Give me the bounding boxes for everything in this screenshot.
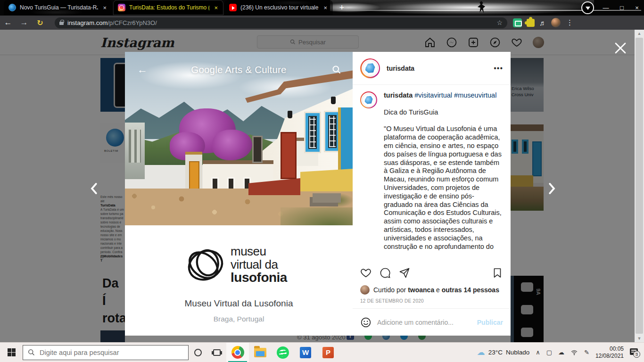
taskbar-powerpoint[interactable]: P (317, 343, 339, 362)
browser-profile-avatar[interactable] (551, 18, 561, 27)
post-image[interactable]: ← Google Arts & Culture (125, 52, 353, 336)
window-minimize-button[interactable]: — (598, 0, 614, 15)
tray-chevron-icon[interactable]: ∧ (536, 349, 540, 356)
comments-section: turisdata #visitavirtual #museuvirtual D… (353, 85, 511, 262)
photo-window (252, 136, 263, 163)
gac-search-icon[interactable] (332, 65, 341, 74)
powerpoint-icon: P (322, 347, 334, 358)
youtube-favicon (229, 4, 237, 11)
liker-username[interactable]: twoanca (408, 286, 434, 294)
bookmark-star-icon[interactable]: ☆ (496, 19, 503, 26)
museum-logo: museu virtual da lusofonia (185, 244, 287, 285)
screen: Novo TurisGuia — Turisdata-RJ × TurisDat… (0, 0, 644, 362)
scroll-up-icon[interactable]: ▲ (635, 30, 644, 37)
weather-temp: 23°C (488, 349, 503, 356)
taskbar-spotify[interactable] (272, 343, 294, 362)
taskbar-search[interactable] (23, 345, 189, 360)
word-icon: W (300, 347, 311, 358)
taskbar-chrome[interactable] (226, 343, 249, 362)
chrome-icon (231, 346, 244, 359)
share-plane-icon[interactable] (399, 267, 410, 279)
instagram-favicon (118, 4, 125, 11)
likes-row: Curtido por twoanca e outras 14 pessoas (353, 284, 511, 296)
photo-lantern (288, 111, 292, 118)
more-options-icon[interactable]: ••• (494, 64, 503, 73)
scrollbar-thumb[interactable] (636, 38, 643, 334)
media-controls-icon[interactable]: ♬ (539, 19, 546, 27)
other-likers[interactable]: outras 14 pessoas (442, 286, 499, 294)
wifi-icon[interactable] (570, 349, 578, 356)
page-scrollbar[interactable]: ▲ ▼ (635, 30, 644, 342)
comment-input[interactable]: Adicione um comentário... (377, 319, 471, 326)
weather-widget[interactable]: ☁ 23°C Nublado (477, 347, 529, 357)
like-heart-icon[interactable] (360, 267, 372, 279)
caption-body: Dica do TurisGuia "O Museu Virtual da Lu… (384, 108, 503, 251)
theme-record-icon (581, 1, 594, 14)
prev-post-chevron[interactable] (87, 181, 101, 196)
next-post-chevron[interactable] (545, 181, 559, 196)
browser-menu-icon[interactable]: ⋮ (565, 18, 577, 27)
museum-sphere-icon (185, 244, 226, 285)
cortana-button[interactable] (189, 343, 207, 362)
liker-avatar[interactable] (360, 285, 370, 295)
publish-button[interactable]: Publicar (477, 319, 503, 326)
clock-time: 00:05 (595, 346, 624, 353)
spotify-icon (277, 346, 289, 359)
new-tab-button[interactable]: + (336, 3, 348, 13)
turisdata-avatar (363, 60, 378, 76)
save-bookmark-icon[interactable] (492, 267, 503, 279)
tab-instagram-active[interactable]: TurisData: Estudos do Turismo (@ × (113, 0, 223, 15)
caption-username[interactable]: turisdata (384, 91, 413, 99)
gac-header: ← Google Arts & Culture (125, 60, 353, 79)
url-host: instagram.com (67, 19, 107, 26)
window-close-button[interactable]: × (630, 0, 644, 15)
address-bar[interactable]: instagram.com/p/CFCzr6YpN3O/ ☆ (55, 17, 507, 28)
emoji-icon[interactable] (360, 317, 372, 328)
museum-info-panel: museu virtual da lusofonia Museu Virtual… (125, 225, 353, 336)
page-viewport: Instagram Pesquisar BOLETIM Este mês nos… (0, 30, 644, 342)
post-header: turisdata ••• (353, 52, 511, 85)
photo-orange-portal (185, 152, 202, 190)
tab-close-icon[interactable]: × (213, 5, 219, 11)
windows-logo-icon (8, 348, 16, 356)
add-comment-box[interactable]: Adicione um comentário... Publicar (353, 308, 511, 336)
taskbar-search-input[interactable] (40, 349, 172, 356)
comment-icon[interactable] (380, 267, 391, 279)
taskbar-clock[interactable]: 00:05 12/08/2021 (595, 346, 624, 360)
post-username[interactable]: turisdata (387, 65, 414, 72)
onedrive-cloud-icon[interactable]: ☁ (558, 349, 564, 356)
reload-icon[interactable]: ↻ (32, 18, 48, 27)
photo-yellow-base (300, 169, 353, 191)
taskbar-word[interactable]: W (294, 343, 317, 362)
caption-hashtags[interactable]: #visitavirtual #museuvirtual (414, 91, 496, 99)
extension-green-icon[interactable] (513, 18, 522, 27)
post-panel: turisdata ••• turisdata #visitavirtual #… (353, 52, 511, 336)
post-modal: ← Google Arts & Culture (125, 52, 511, 336)
window-restore-button[interactable]: □ (614, 0, 630, 15)
notification-center[interactable]: 3 (630, 347, 641, 358)
back-icon[interactable]: ← (0, 18, 16, 27)
url-path: /p/CFCzr6YpN3O/ (107, 19, 157, 26)
tab-close-icon[interactable]: × (102, 5, 107, 11)
start-button[interactable] (0, 343, 23, 362)
clock-date: 12/08/2021 (595, 353, 624, 360)
turisdata-avatar[interactable] (360, 91, 377, 108)
device-icon[interactable]: ▢ (546, 349, 552, 356)
story-ring[interactable] (360, 58, 380, 78)
post-date: 12 DE SETEMBRO DE 2020 (353, 296, 511, 308)
task-view-button[interactable] (207, 343, 226, 362)
taskbar-file-explorer[interactable] (249, 343, 272, 362)
photo-ruin-columns (125, 123, 145, 179)
tab-youtube[interactable]: (236) Un esclusivo tour virtuale n × (224, 0, 333, 15)
scroll-down-icon[interactable]: ▼ (635, 335, 644, 342)
browser-theme-art (330, 0, 594, 16)
photo-street-scene: ← Google Arts & Culture (125, 52, 353, 225)
modal-close-icon[interactable] (613, 41, 627, 55)
tab-turisguia[interactable]: Novo TurisGuia — Turisdata-RJ × (4, 0, 112, 15)
extensions-puzzle-icon[interactable] (527, 19, 535, 27)
windows-taskbar: W P ☁ 23°C Nublado ∧ ▢ ☁ ✎ 00:05 12/08/2… (0, 342, 644, 362)
browser-theme-line (330, 10, 641, 11)
tab-close-icon[interactable]: × (322, 5, 328, 11)
forward-icon[interactable]: → (16, 18, 32, 27)
pen-icon[interactable]: ✎ (584, 349, 589, 356)
